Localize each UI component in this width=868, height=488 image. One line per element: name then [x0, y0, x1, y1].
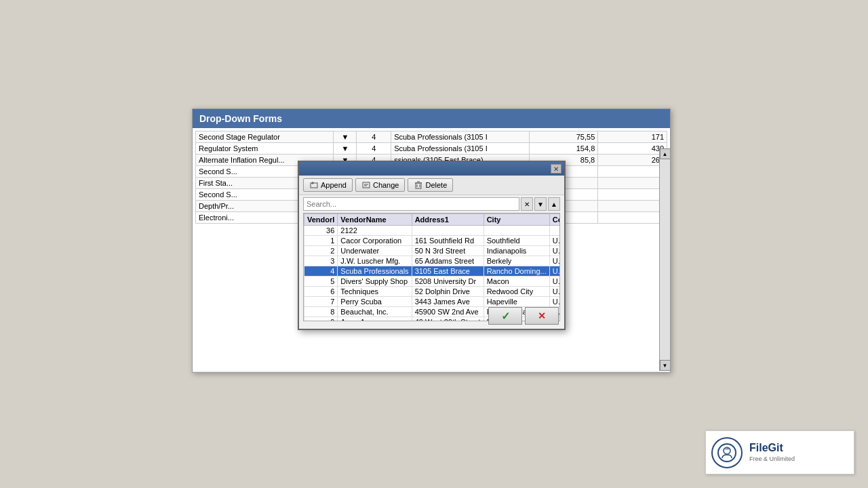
search-next-button[interactable]: ▲	[548, 197, 560, 211]
list-item[interactable]: 2 Underwater 50 N 3rd Street Indianapoli…	[304, 246, 561, 256]
search-input[interactable]	[303, 197, 519, 211]
panel-title: Drop-Down Forms	[199, 113, 282, 124]
row-arrow[interactable]: ▼	[334, 131, 357, 143]
cancel-icon: ✕	[538, 310, 546, 321]
vendor-address: 52 Dolphin Drive	[412, 287, 484, 297]
row-num: 4	[357, 143, 391, 155]
vendor-address: 65 Addams Street	[412, 256, 484, 266]
row-val1: 75,55	[529, 131, 598, 143]
scroll-up-button[interactable]: ▲	[660, 148, 671, 159]
vendor-city: Redwood City	[484, 287, 549, 297]
vendor-country: U.S.A.	[549, 256, 560, 266]
vendor-address: 5208 University Dr	[412, 277, 484, 287]
vendor-id: 4	[304, 266, 338, 277]
filegit-watermark: FileGit Free & Unlimited	[705, 430, 854, 474]
search-prev-button[interactable]: ▼	[534, 197, 547, 211]
vendor-address: 45900 SW 2nd Ave	[412, 307, 484, 317]
list-item[interactable]: 7 Perry Scuba 3443 James Ave Hapeville U…	[304, 297, 561, 307]
list-item[interactable]: 1 Cacor Corporation 161 Southfield Rd So…	[304, 236, 561, 246]
vendor-city: Indianapolis	[484, 246, 549, 256]
change-icon	[361, 180, 371, 190]
vendor-name: Perry Scuba	[338, 297, 412, 307]
row-arrow[interactable]: ▼	[334, 143, 357, 155]
svg-point-12	[724, 447, 730, 454]
vendor-name: Cacor Corporation	[338, 236, 412, 246]
ok-icon: ✓	[501, 310, 510, 323]
vendor-name: Underwater	[338, 246, 412, 256]
vendor-address: 3105 East Brace	[412, 266, 484, 277]
vendor-id: 5	[304, 277, 338, 287]
change-button[interactable]: Change	[355, 178, 406, 192]
dialog-footer: ✓ ✕	[488, 307, 559, 325]
vendor-name: 2122	[338, 226, 412, 236]
list-item[interactable]: 5 Divers' Supply Shop 5208 University Dr…	[304, 277, 561, 287]
svg-point-11	[718, 444, 736, 462]
vendor-country: U.S.A.	[549, 287, 560, 297]
row-val2	[598, 212, 667, 224]
change-label: Change	[373, 181, 399, 189]
vendor-dialog: ✕ Append Change	[298, 161, 566, 330]
list-item[interactable]: 4 Scuba Professionals 3105 East Brace Ra…	[304, 266, 561, 277]
vendor-name: Techniques	[338, 287, 412, 297]
delete-label: Delete	[425, 181, 447, 189]
row-name: Second Stage Regulator	[196, 131, 334, 143]
filegit-name: FileGit	[749, 441, 795, 455]
vendor-city: Rancho Doming...	[484, 266, 549, 277]
list-item[interactable]: 36 2122	[304, 226, 561, 236]
vendor-id: 9	[304, 317, 338, 322]
vendor-address: 42 West 29th Street	[412, 317, 484, 322]
list-item[interactable]: 6 Techniques 52 Dolphin Drive Redwood Ci…	[304, 287, 561, 297]
dialog-close-button[interactable]: ✕	[551, 164, 561, 174]
delete-button[interactable]: Delete	[408, 178, 453, 192]
row-vendor[interactable]: Scuba Professionals (3105 I	[391, 131, 529, 143]
vendor-name: Scuba Professionals	[338, 266, 412, 277]
row-val2: 260	[598, 155, 667, 166]
dialog-toolbar: Append Change Delete	[299, 176, 564, 195]
svg-rect-0	[311, 183, 317, 188]
vendor-address: 3443 James Ave	[412, 297, 484, 307]
delete-icon	[414, 180, 423, 190]
vendor-city: Macon	[484, 277, 549, 287]
append-button[interactable]: Append	[303, 178, 353, 192]
row-val2	[598, 201, 667, 212]
vendor-country	[549, 226, 560, 236]
svg-rect-3	[363, 182, 370, 188]
row-val2	[598, 189, 667, 201]
filegit-subtitle: Free & Unlimited	[749, 455, 795, 464]
vendor-name: J.W. Luscher Mfg.	[338, 256, 412, 266]
filegit-logo	[711, 437, 743, 468]
row-vendor[interactable]: Scuba Professionals (3105 I	[391, 143, 529, 155]
vendor-name: Divers' Supply Shop	[338, 277, 412, 287]
cancel-button[interactable]: ✕	[525, 307, 559, 325]
vendor-city: Berkely	[484, 256, 549, 266]
panel-body: Second Stage Regulator ▼ 4 Scuba Profess…	[193, 128, 670, 371]
append-icon	[309, 180, 319, 190]
vendor-country: U.S.A.	[549, 246, 560, 256]
vendor-name: Amor Aqua	[338, 317, 412, 322]
panel-header: Drop-Down Forms	[193, 109, 670, 128]
vendor-city	[484, 226, 549, 236]
scroll-down-button[interactable]: ▼	[660, 360, 671, 371]
vendor-id: 1	[304, 236, 338, 246]
table-row: Second Stage Regulator ▼ 4 Scuba Profess…	[196, 131, 667, 143]
vendor-name: Beauchat, Inc.	[338, 307, 412, 317]
ok-button[interactable]: ✓	[488, 307, 522, 325]
vendor-country: U.S.A.	[549, 266, 560, 277]
vendor-country: U.S.A.	[549, 297, 560, 307]
vendor-id: 8	[304, 307, 338, 317]
vendor-address	[412, 226, 484, 236]
vendor-table-container[interactable]: VendorI VendorName Address1 City Country…	[303, 213, 560, 321]
row-val2	[598, 178, 667, 189]
table-row: Regulator System ▼ 4 Scuba Professionals…	[196, 143, 667, 155]
vendor-id: 3	[304, 256, 338, 266]
row-num: 4	[357, 131, 391, 143]
vendor-address: 50 N 3rd Street	[412, 246, 484, 256]
main-panel: Drop-Down Forms Second Stage Regulator ▼…	[192, 108, 671, 373]
row-val2: 430	[598, 143, 667, 155]
search-clear-button[interactable]: ✕	[521, 197, 533, 211]
panel-scrollbar[interactable]: ▲ ▼	[659, 148, 670, 371]
list-item[interactable]: 3 J.W. Luscher Mfg. 65 Addams Street Ber…	[304, 256, 561, 266]
vendor-id: 6	[304, 287, 338, 297]
vendor-address: 161 Southfield Rd	[412, 236, 484, 246]
row-name: Regulator System	[196, 143, 334, 155]
